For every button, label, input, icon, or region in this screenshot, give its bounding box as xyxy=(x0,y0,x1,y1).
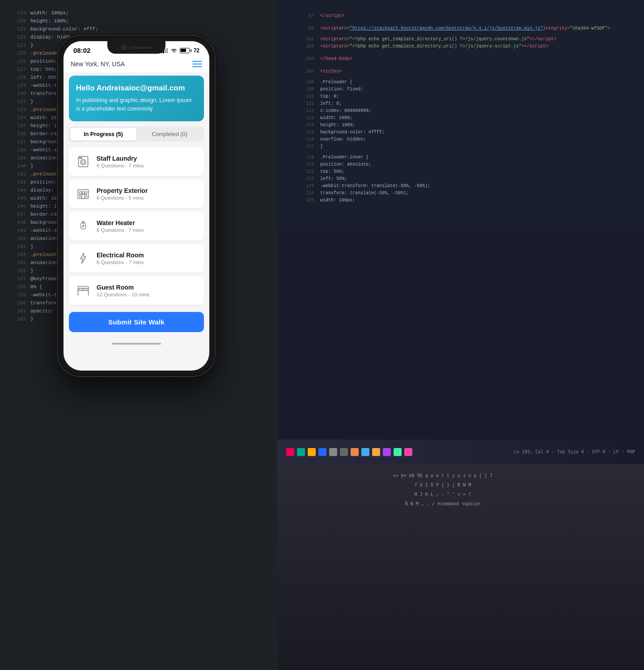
home-bar xyxy=(112,343,161,345)
svg-point-6 xyxy=(82,161,85,163)
item-subtitle: 6 Questions - 7 mins xyxy=(97,260,144,265)
item-subtitle: 6 Questions - 7 mins xyxy=(97,227,144,233)
hero-subtitle: In publishing and graphic design, Lorem … xyxy=(76,96,197,113)
keyboard: <> b+ b0 96 q w e r t y u i o p [ ] 7 Y … xyxy=(277,464,644,670)
hamburger-line-3 xyxy=(192,66,202,67)
phone-frame: 08:02 xyxy=(58,36,215,376)
home-indicator xyxy=(64,339,209,348)
phone-screen: 08:02 xyxy=(64,41,209,371)
svg-rect-10 xyxy=(80,192,82,194)
status-icons: 72 xyxy=(161,47,199,54)
list-item[interactable]: Staff Laundry 6 Questions - 7 mins xyxy=(69,147,204,176)
item-title: Staff Laundry xyxy=(97,155,144,162)
battery-icon xyxy=(180,48,191,53)
list-item[interactable]: Property Exterior 6 Questions - 5 mins xyxy=(69,179,204,208)
item-title: Guest Room xyxy=(97,284,149,291)
nav-bar: New York, NY, USA xyxy=(64,57,209,72)
svg-point-8 xyxy=(81,157,82,158)
bg-code-right: 97</script> 99<script src="https://stack… xyxy=(277,0,644,670)
fire-icon xyxy=(75,218,91,234)
item-title: Electrical Room xyxy=(97,252,144,259)
list-item[interactable]: Water Heater 6 Questions - 7 mins xyxy=(69,212,204,240)
submit-button-container: Submit Site Walk xyxy=(64,307,209,339)
list-item[interactable]: Electrical Room 6 Questions - 7 mins xyxy=(69,244,204,273)
hero-title: Hello Andreisaioc@gmail.com xyxy=(76,84,197,93)
list-container: Staff Laundry 6 Questions - 7 mins xyxy=(64,145,209,307)
laundry-icon xyxy=(75,154,91,170)
svg-point-5 xyxy=(80,159,86,165)
hamburger-line-1 xyxy=(192,61,202,62)
tab-completed[interactable]: Completed (0) xyxy=(136,128,203,141)
notch-speaker xyxy=(129,47,152,49)
electrical-icon xyxy=(75,250,91,266)
notch-camera xyxy=(121,45,127,50)
svg-rect-15 xyxy=(82,195,85,198)
submit-button[interactable]: Submit Site Walk xyxy=(69,312,204,332)
item-subtitle: 12 Questions - 10 mins xyxy=(97,292,149,297)
svg-point-7 xyxy=(80,157,80,158)
svg-rect-11 xyxy=(82,192,85,194)
hamburger-button[interactable] xyxy=(192,61,202,67)
taskbar: Ln 103, Col 4 · Tab Size 4 · UTF-8 · LF … xyxy=(277,440,644,464)
phone-notch xyxy=(107,41,165,54)
status-time: 08:02 xyxy=(73,47,90,54)
item-subtitle: 6 Questions - 5 mins xyxy=(97,195,148,201)
phone-container: 08:02 xyxy=(58,36,215,376)
svg-rect-3 xyxy=(166,48,168,53)
nav-location: New York, NY, USA xyxy=(71,60,125,68)
item-title: Property Exterior xyxy=(97,187,148,194)
list-item[interactable]: Guest Room 12 Questions - 10 mins xyxy=(69,276,204,305)
tab-in-progress[interactable]: In Progress (5) xyxy=(70,128,136,141)
building-icon xyxy=(75,186,91,202)
hero-banner: Hello Andreisaioc@gmail.com In publishin… xyxy=(69,76,204,121)
wifi-icon xyxy=(170,48,178,53)
item-subtitle: 6 Questions - 7 mins xyxy=(97,163,144,168)
svg-rect-12 xyxy=(85,192,87,194)
item-title: Water Heater xyxy=(97,219,144,226)
battery-level: 72 xyxy=(194,47,199,54)
bed-icon xyxy=(75,282,91,299)
hamburger-line-2 xyxy=(192,64,202,64)
tabs-container: In Progress (5) Completed (0) xyxy=(69,127,204,142)
